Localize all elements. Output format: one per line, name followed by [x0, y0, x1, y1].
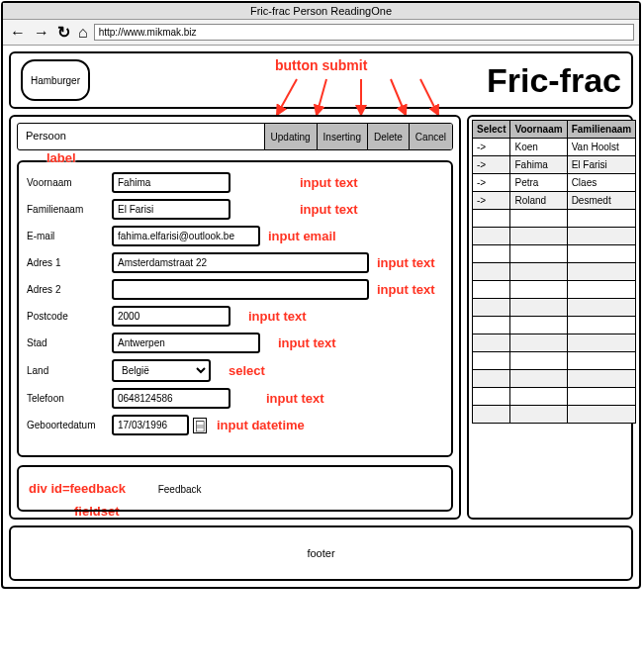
table-row-empty: [473, 245, 636, 263]
brand-title: Fric-frac: [487, 61, 621, 100]
table-row[interactable]: ->PetraClaes: [473, 174, 636, 192]
inserting-button[interactable]: Inserting: [317, 124, 367, 149]
stad-label: Stad: [27, 337, 112, 348]
table-row-empty: [473, 317, 636, 334]
annotation-input-email: input email: [268, 229, 336, 243]
cell-familienaam: Desmedt: [567, 192, 636, 210]
annotation-div-feedback: div id=feedback: [29, 481, 126, 496]
url-input[interactable]: [94, 24, 634, 41]
table-row-empty: [473, 334, 636, 352]
reload-icon[interactable]: ↻: [55, 23, 72, 42]
page-footer: footer: [9, 525, 633, 581]
postcode-input[interactable]: [112, 306, 230, 327]
voornaam-label: Voornaam: [27, 177, 112, 188]
th-voornaam: Voornaam: [510, 121, 567, 139]
table-row-empty: [473, 210, 636, 228]
annotation-input-text-2: input text: [300, 202, 358, 217]
cell-select[interactable]: ->: [473, 139, 510, 156]
email-label: E-mail: [27, 231, 112, 241]
form-panel: Persoon Updating Inserting Delete Cancel…: [9, 115, 461, 520]
cell-select[interactable]: ->: [473, 192, 510, 210]
geboortedatum-input[interactable]: [112, 415, 189, 435]
th-familienaam: Familienaam: [567, 121, 636, 139]
delete-button[interactable]: Delete: [367, 124, 409, 149]
annotation-input-text-1: input text: [300, 175, 358, 190]
forward-icon[interactable]: →: [32, 24, 51, 42]
adres2-input[interactable]: [112, 279, 369, 300]
back-icon[interactable]: ←: [8, 24, 28, 42]
land-select[interactable]: België: [112, 359, 211, 382]
cell-familienaam: Van Hoolst: [567, 139, 636, 156]
familienaam-input[interactable]: [112, 199, 230, 220]
calendar-icon[interactable]: ⌸: [193, 418, 207, 433]
geboortedatum-label: Geboortedatum: [27, 420, 112, 430]
cell-voornaam: Fahima: [510, 156, 567, 174]
telefoon-label: Telefoon: [27, 393, 112, 404]
cell-voornaam: Koen: [510, 139, 567, 156]
adres2-label: Adres 2: [27, 284, 112, 295]
annotation-input-text-4: input text: [377, 282, 435, 297]
annotation-input-text-3: input text: [377, 255, 435, 270]
cell-voornaam: Petra: [510, 174, 567, 192]
feedback-box: div id=feedback Feedback: [17, 465, 453, 512]
adres1-input[interactable]: [112, 252, 369, 273]
cancel-button[interactable]: Cancel: [409, 124, 452, 149]
people-table-panel: Select Voornaam Familienaam ->KoenVan Ho…: [467, 115, 633, 520]
table-row-empty: [473, 228, 636, 245]
table-row-empty: [473, 388, 636, 406]
email-input[interactable]: [112, 226, 260, 246]
table-row-empty: [473, 263, 636, 281]
annotation-input-datetime: input datetime: [217, 418, 305, 432]
feedback-text: Feedback: [158, 484, 202, 495]
stad-input[interactable]: [112, 333, 260, 353]
table-row[interactable]: ->KoenVan Hoolst: [473, 139, 636, 156]
cell-familienaam: Claes: [567, 174, 636, 192]
postcode-label: Postcode: [27, 311, 112, 322]
annotation-input-text-7: input text: [266, 391, 324, 406]
cell-voornaam: Roland: [510, 192, 567, 210]
hamburger-button[interactable]: Hamburger: [21, 59, 90, 101]
annotation-input-text-6: input text: [278, 335, 336, 350]
annotation-select: select: [229, 363, 265, 378]
land-label: Land: [27, 365, 112, 376]
cell-familienaam: El Farisi: [567, 156, 636, 174]
table-row-empty: [473, 299, 636, 317]
annotation-input-text-5: input text: [248, 309, 307, 324]
th-select: Select: [473, 121, 510, 139]
table-row-empty: [473, 406, 636, 424]
updating-button[interactable]: Updating: [264, 124, 317, 149]
cell-select[interactable]: ->: [473, 174, 510, 192]
cell-select[interactable]: ->: [473, 156, 510, 174]
panel-title: Persoon: [18, 124, 264, 149]
table-row-empty: [473, 281, 636, 299]
table-row-empty: [473, 352, 636, 370]
telefoon-input[interactable]: [112, 388, 230, 409]
table-row[interactable]: ->FahimaEl Farisi: [473, 156, 636, 174]
adres1-label: Adres 1: [27, 257, 112, 268]
familienaam-label: Familienaam: [27, 204, 112, 215]
table-row[interactable]: ->RolandDesmedt: [473, 192, 636, 210]
people-table: Select Voornaam Familienaam ->KoenVan Ho…: [472, 120, 636, 424]
person-fieldset: Voornaam input text Familienaam input te…: [17, 160, 453, 457]
window-title: Fric-frac Person ReadingOne: [3, 3, 639, 20]
voornaam-input[interactable]: [112, 172, 230, 193]
home-icon[interactable]: ⌂: [76, 24, 90, 42]
table-row-empty: [473, 370, 636, 388]
